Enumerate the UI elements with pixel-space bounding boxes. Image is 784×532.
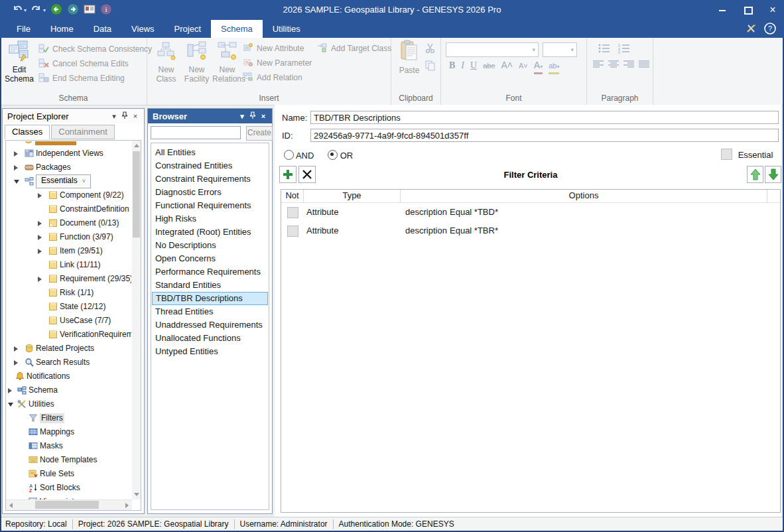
tree-item-notifications[interactable]: Notifications	[7, 369, 131, 383]
new-class-button[interactable]: NewClass	[151, 40, 181, 84]
new-relations-button[interactable]: NewRelations	[212, 40, 242, 84]
tree-item-link[interactable]: Link (11/11)	[7, 258, 131, 272]
contact-card-button[interactable]	[84, 5, 96, 16]
scroll-right-icon[interactable]	[125, 503, 129, 508]
tree-item-partial[interactable]	[7, 141, 131, 147]
numbered-list-button[interactable]: 123	[618, 43, 631, 56]
expand-arrow-icon[interactable]	[14, 360, 18, 366]
close-panel-icon[interactable]: ×	[130, 112, 141, 120]
tab-file[interactable]: File	[7, 20, 40, 38]
move-down-button[interactable]	[765, 166, 781, 183]
browser-item[interactable]: TBD/TBR Descriptions	[152, 292, 268, 305]
expand-arrow-icon[interactable]	[38, 193, 42, 198]
scroll-thumb[interactable]	[35, 501, 99, 509]
add-target-class-button[interactable]: Add Target Class	[317, 41, 391, 56]
expand-arrow-icon[interactable]	[8, 388, 12, 393]
essential-checkbox[interactable]	[721, 149, 732, 160]
browser-item[interactable]: All Entities	[151, 146, 269, 159]
tree-item-item[interactable]: Item (29/51)	[7, 244, 131, 258]
tree-item-related-projects[interactable]: Related Projects	[7, 342, 131, 356]
tree-item-rule-sets[interactable]: Rule Sets	[7, 467, 131, 481]
tree-item-search-results[interactable]: Search Results	[7, 356, 131, 369]
tree-item-constraintdefinition[interactable]: ConstraintDefinition (	[7, 202, 131, 216]
browser-item[interactable]: High Risks	[151, 212, 269, 226]
tab-project[interactable]: Project	[164, 20, 211, 38]
strikethrough-button[interactable]: abe	[483, 58, 495, 73]
browser-item[interactable]: Diagnostic Errors	[151, 186, 269, 199]
browser-item[interactable]: Constrained Entities	[151, 159, 269, 172]
tree-item-function[interactable]: Function (3/97)	[7, 230, 131, 244]
chevron-down-icon[interactable]: ▾	[43, 7, 46, 13]
tab-containment[interactable]: Containment	[51, 125, 115, 139]
bold-button[interactable]: B	[449, 58, 455, 73]
tab-views[interactable]: Views	[121, 20, 164, 38]
column-header-type[interactable]: Type	[304, 190, 401, 202]
tree-item-component[interactable]: Component (9/22)	[7, 188, 131, 202]
justify-button[interactable]	[638, 60, 650, 71]
expand-arrow-icon[interactable]	[14, 165, 18, 170]
or-radio[interactable]: OR	[328, 150, 353, 161]
criteria-row[interactable]: AttributedescriptionEqual *TBR*	[281, 222, 780, 240]
cancel-schema-edits-button[interactable]: Cancel Schema Edits	[38, 56, 152, 71]
tree-item-schema[interactable]: Schema	[7, 383, 131, 397]
tree-item-masks[interactable]: Masks	[7, 439, 131, 453]
new-facility-button[interactable]: NewFacility	[182, 40, 212, 84]
radio-circle[interactable]	[284, 150, 294, 160]
criteria-row[interactable]: AttributedescriptionEqual *TBD*	[281, 203, 780, 222]
tree-item-essentials[interactable]: Essentials˅	[7, 174, 131, 188]
browser-item[interactable]: Constraint Requirements	[151, 172, 269, 186]
expand-arrow-icon[interactable]	[14, 346, 18, 352]
expand-arrow-icon[interactable]	[38, 249, 42, 254]
close-panel-icon[interactable]: ×	[258, 112, 269, 120]
align-left-button[interactable]	[592, 60, 604, 71]
radio-circle[interactable]	[328, 150, 338, 160]
panel-menu-icon[interactable]: ▾	[109, 112, 119, 121]
tree-item-utilities[interactable]: Utilities	[7, 397, 131, 411]
column-header-not[interactable]: Not	[281, 190, 304, 202]
tree-node-dropdown[interactable]: Essentials˅	[36, 174, 91, 188]
tools-icon[interactable]	[746, 23, 757, 36]
expand-arrow-icon[interactable]	[38, 277, 42, 282]
column-header-options[interactable]: Options	[401, 190, 767, 202]
expand-arrow-icon[interactable]	[38, 235, 42, 240]
id-input[interactable]	[310, 129, 779, 142]
tree-item-usecase[interactable]: UseCase (7/7)	[7, 314, 131, 328]
maximize-button[interactable]	[743, 5, 752, 15]
info-button[interactable]: i	[100, 3, 112, 17]
browser-search-input[interactable]	[151, 126, 241, 139]
collapse-arrow-icon[interactable]	[14, 180, 19, 184]
tree-vertical-scrollbar[interactable]	[132, 141, 141, 499]
tab-home[interactable]: Home	[40, 20, 84, 38]
check-schema-consistency-button[interactable]: Check Schema Consistency	[38, 42, 152, 56]
end-schema-editing-button[interactable]: End Schema Editing	[38, 71, 152, 86]
edit-schema-button[interactable]: Edit Schema	[3, 40, 36, 84]
browser-item[interactable]: Unaddressed Requirements	[151, 318, 269, 332]
browser-item[interactable]: Performance Requirements	[151, 265, 269, 279]
expand-arrow-icon[interactable]	[14, 151, 18, 157]
scroll-down-icon[interactable]	[134, 493, 139, 496]
forward-button[interactable]	[67, 3, 79, 17]
tree-item-state[interactable]: State (12/12)	[7, 300, 131, 314]
scroll-up-icon[interactable]	[134, 144, 139, 147]
bullet-list-button[interactable]	[598, 43, 611, 56]
paste-button[interactable]: Paste	[395, 40, 423, 75]
pin-icon[interactable]	[119, 111, 130, 121]
not-checkbox[interactable]	[287, 207, 298, 218]
chevron-down-icon[interactable]: ˅	[82, 178, 86, 184]
browser-item[interactable]: Integrated (Root) Entities	[151, 226, 269, 239]
browser-item[interactable]: Untyped Entities	[151, 345, 269, 358]
underline-button[interactable]: U	[470, 58, 477, 73]
collapse-arrow-icon[interactable]	[8, 403, 13, 407]
name-input[interactable]	[310, 111, 779, 124]
font-color-button[interactable]: A▾	[534, 60, 543, 74]
tree-item-verificationrequiremen[interactable]: VerificationRequiremen	[7, 328, 131, 342]
browser-item[interactable]: Open Concerns	[151, 252, 269, 265]
redo-button[interactable]: ▾	[31, 4, 46, 17]
close-button[interactable]: ×	[768, 5, 777, 15]
tree-item-viewpoints[interactable]: Viewpoints	[7, 495, 131, 499]
copy-button[interactable]	[425, 60, 436, 73]
and-radio[interactable]: AND	[284, 150, 314, 161]
pin-icon[interactable]	[247, 111, 258, 121]
tab-schema[interactable]: Schema	[211, 20, 263, 38]
undo-button[interactable]: ▾	[12, 4, 27, 17]
